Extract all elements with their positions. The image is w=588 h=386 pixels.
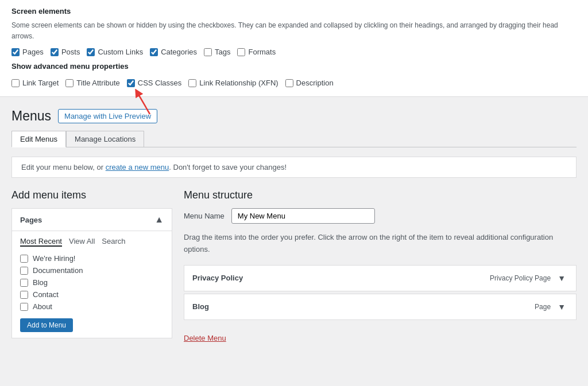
checkbox-description-label: Description <box>296 79 334 87</box>
screen-options-description: Some screen elements can be shown or hid… <box>11 20 577 42</box>
tab-edit-menus[interactable]: Edit Menus <box>11 131 66 147</box>
checkbox-formats[interactable]: Formats <box>237 48 276 56</box>
pages-tab-links: Most Recent View All Search <box>20 237 164 247</box>
pages-accordion-label: Pages <box>20 216 42 224</box>
checkbox-description[interactable]: Description <box>285 79 334 87</box>
checkbox-pages[interactable]: Pages <box>11 48 44 56</box>
menu-item-blog-title: Blog <box>192 302 209 311</box>
checkbox-posts-input[interactable] <box>51 48 59 56</box>
page-label-documentation: Documentation <box>33 266 83 275</box>
checkbox-custom-links[interactable]: Custom Links <box>87 48 143 56</box>
menu-name-input[interactable] <box>231 208 375 224</box>
add-menu-items-panel: Add menu items Pages ▲ Most Recent View … <box>11 189 172 342</box>
pages-accordion-body: Most Recent View All Search We're Hiring… <box>12 231 172 338</box>
menu-item-privacy-policy-type: Privacy Policy Page <box>490 274 551 282</box>
page-label-hiring: We're Hiring! <box>33 254 75 263</box>
menus-tabs: Edit Menus Manage Locations <box>11 131 577 147</box>
page-checkbox-hiring[interactable] <box>20 255 28 263</box>
page-checkbox-documentation[interactable] <box>20 267 28 275</box>
checkbox-title-attribute-input[interactable] <box>65 79 74 87</box>
two-column-layout: Add menu items Pages ▲ Most Recent View … <box>11 189 577 342</box>
live-preview-button[interactable]: Manage with Live Preview <box>58 109 157 123</box>
drag-hint: Drag the items into the order you prefer… <box>184 232 577 256</box>
checkbox-categories[interactable]: Categories <box>150 48 197 56</box>
list-item: Blog <box>20 276 164 288</box>
menu-item-privacy-policy-title: Privacy Policy <box>192 274 243 282</box>
menu-item-privacy-policy: Privacy Policy Privacy Policy Page ▼ <box>184 265 577 291</box>
pages-accordion: Pages ▲ Most Recent View All Search We'r… <box>11 208 172 338</box>
checkbox-link-target[interactable]: Link Target <box>11 79 59 87</box>
checkbox-tags-label: Tags <box>215 48 230 56</box>
tab-view-all[interactable]: View All <box>69 237 95 247</box>
checkbox-css-classes[interactable]: CSS Classes <box>127 79 182 87</box>
delete-menu-link[interactable]: Delete Menu <box>184 334 226 342</box>
screen-elements-checkboxes: Pages Posts Custom Links Categories Tags… <box>11 48 577 56</box>
page-label-about: About <box>33 302 52 311</box>
checkbox-custom-links-label: Custom Links <box>98 48 143 56</box>
page-label-blog: Blog <box>33 278 48 287</box>
menu-item-blog-type: Page <box>535 303 551 311</box>
checkbox-link-target-input[interactable] <box>11 79 20 87</box>
checkbox-posts-label: Posts <box>61 48 80 56</box>
menus-page-title: Menus <box>11 108 51 124</box>
menu-structure-panel: Menu structure Menu Name Drag the items … <box>184 189 577 342</box>
menus-header: Menus Manage with Live Preview <box>11 108 577 124</box>
page-label-contact: Contact <box>33 290 59 299</box>
list-item: Contact <box>20 288 164 301</box>
tab-search[interactable]: Search <box>102 237 125 247</box>
checkbox-pages-label: Pages <box>22 48 44 56</box>
tab-most-recent[interactable]: Most Recent <box>20 237 62 247</box>
checkbox-description-input[interactable] <box>285 79 293 87</box>
checkbox-tags-input[interactable] <box>204 48 212 56</box>
checkbox-title-attribute-label: Title Attribute <box>76 79 119 87</box>
menu-name-row: Menu Name <box>184 208 577 224</box>
checkbox-categories-label: Categories <box>161 48 197 56</box>
menu-item-blog: Blog Page ▼ <box>184 294 577 320</box>
menu-name-label: Menu Name <box>184 212 225 220</box>
info-text-after: . Don't forget to save your changes! <box>169 163 287 171</box>
checkbox-css-classes-label: CSS Classes <box>138 79 182 87</box>
checkbox-custom-links-input[interactable] <box>87 48 95 56</box>
page-list: We're Hiring! Documentation Blog Co <box>20 252 164 313</box>
create-new-menu-link[interactable]: create a new menu <box>106 163 169 171</box>
info-bar: Edit your menu below, or create a new me… <box>11 157 577 178</box>
info-text-before: Edit your menu below, or <box>21 163 106 171</box>
menu-item-blog-right: Page ▼ <box>535 301 568 313</box>
menu-item-privacy-policy-expand[interactable]: ▼ <box>555 272 568 284</box>
checkbox-link-relationship-input[interactable] <box>188 79 196 87</box>
checkbox-title-attribute[interactable]: Title Attribute <box>65 79 119 87</box>
checkbox-tags[interactable]: Tags <box>204 48 230 56</box>
checkbox-categories-input[interactable] <box>150 48 158 56</box>
list-item: We're Hiring! <box>20 252 164 264</box>
main-content: Menus Manage with Live Preview Edit Menu… <box>0 97 588 354</box>
menu-item-privacy-policy-right: Privacy Policy Page ▼ <box>490 272 568 284</box>
menu-structure-title: Menu structure <box>184 189 577 201</box>
list-item: Documentation <box>20 264 164 276</box>
checkbox-link-target-label: Link Target <box>22 79 59 87</box>
checkbox-formats-label: Formats <box>248 48 276 56</box>
pages-accordion-header[interactable]: Pages ▲ <box>12 209 172 231</box>
page-checkbox-blog[interactable] <box>20 279 28 287</box>
menu-item-blog-expand[interactable]: ▼ <box>555 301 568 313</box>
add-to-menu-button[interactable]: Add to Menu <box>20 318 73 332</box>
list-item: About <box>20 301 164 313</box>
tab-manage-locations[interactable]: Manage Locations <box>66 131 144 147</box>
screen-options-title: Screen elements <box>11 7 577 15</box>
screen-options-panel: Screen elements Some screen elements can… <box>0 0 588 97</box>
checkbox-css-classes-input[interactable] <box>127 79 135 87</box>
checkbox-posts[interactable]: Posts <box>51 48 80 56</box>
accordion-arrow-icon: ▲ <box>154 215 164 225</box>
advanced-props-label: Show advanced menu properties <box>11 62 577 71</box>
page-checkbox-contact[interactable] <box>20 291 28 299</box>
checkbox-link-relationship-label: Link Relationship (XFN) <box>199 79 278 87</box>
page-checkbox-about[interactable] <box>20 303 28 311</box>
add-menu-items-title: Add menu items <box>11 189 172 201</box>
checkbox-formats-input[interactable] <box>237 48 245 56</box>
checkbox-pages-input[interactable] <box>11 48 20 56</box>
checkbox-link-relationship[interactable]: Link Relationship (XFN) <box>188 79 278 87</box>
